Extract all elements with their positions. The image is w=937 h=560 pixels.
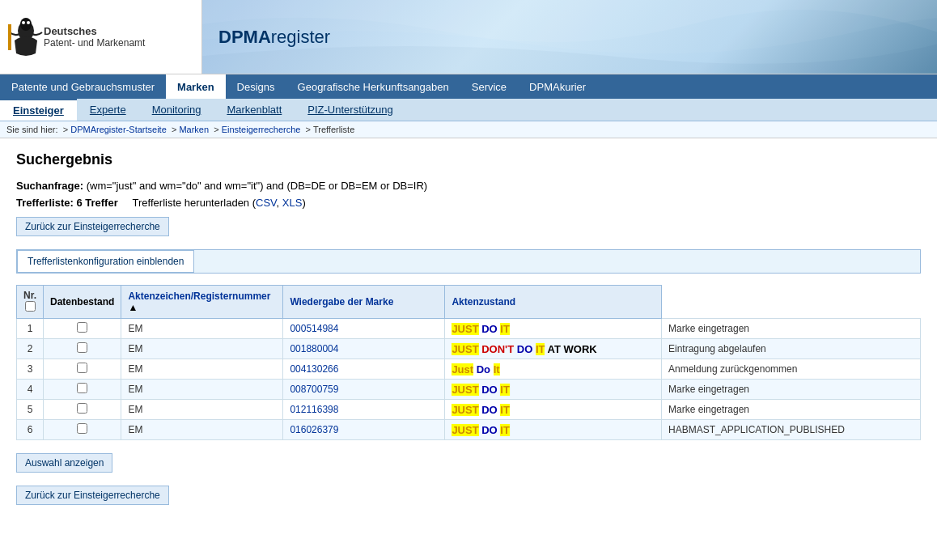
- col-wiedergabe: Wiedergabe der Marke: [283, 286, 445, 319]
- table-row: 5 EM 012116398 JUST DO IT Marke eingetra…: [17, 400, 921, 420]
- breadcrumb-item-3[interactable]: Einsteigerrecherche: [222, 125, 301, 134]
- col-aktenzeichen-sort[interactable]: Aktenzeichen/Registernummer: [128, 291, 270, 302]
- main-nav: Patente und Gebrauchsmuster Marken Desig…: [0, 74, 937, 99]
- cell-mark: JUST DON'T DO IT AT WORK: [445, 339, 662, 359]
- row-checkbox-5[interactable]: [77, 403, 87, 414]
- cell-aktenzustand: Anmeldung zurückgenommen: [661, 359, 920, 380]
- cell-nr: 1: [17, 319, 44, 339]
- row-checkbox-6[interactable]: [77, 423, 87, 434]
- az-link-3[interactable]: 004130266: [290, 363, 338, 375]
- site-title: DPMAregister: [218, 27, 330, 48]
- cell-mark: JUST DO IT: [445, 319, 662, 339]
- select-all-checkbox[interactable]: [25, 301, 36, 312]
- cell-mark: JUST DO IT: [445, 400, 662, 420]
- cell-az: 012116398: [283, 400, 445, 420]
- row-checkbox-3[interactable]: [77, 363, 87, 373]
- col-nr: Nr.: [17, 286, 44, 319]
- nav2-einsteiger[interactable]: Einsteiger: [0, 99, 77, 121]
- cell-az: 004130266: [283, 359, 445, 380]
- nav1-service[interactable]: Service: [460, 74, 518, 99]
- cell-az: 000514984: [283, 319, 445, 339]
- cell-mark: JUST DO IT: [445, 380, 662, 400]
- table-header-row: Nr. Datenbestand Aktenzeichen/Registernu…: [17, 286, 921, 319]
- auswahl-anzeigen-button[interactable]: Auswahl anzeigen: [16, 453, 112, 473]
- nav1-marken[interactable]: Marken: [166, 74, 226, 99]
- nav2-markenblatt[interactable]: Markenblatt: [214, 99, 295, 121]
- xls-link[interactable]: XLS: [282, 197, 303, 209]
- row-checkbox-1[interactable]: [77, 322, 87, 333]
- cell-nr: 4: [17, 380, 44, 400]
- cell-check: [44, 400, 121, 420]
- cell-mark: JUST DO IT: [445, 420, 662, 440]
- results-table: Nr. Datenbestand Aktenzeichen/Registernu…: [16, 285, 921, 440]
- table-row: 4 EM 008700759 JUST DO IT Marke eingetra…: [17, 380, 921, 400]
- cell-aktenzustand: HABMAST_APPLICATION_PUBLISHED: [661, 420, 920, 440]
- bottom-back: Zurück zur Einsteigerrecherche: [16, 486, 921, 505]
- bottom-bar: Auswahl anzeigen: [16, 453, 921, 473]
- cell-aktenzustand: Eintragung abgelaufen: [661, 339, 920, 359]
- nav1-dpma-kurier[interactable]: DPMAkurier: [518, 74, 597, 99]
- eagle-icon: [8, 16, 44, 58]
- page-title: Suchergebnis: [16, 151, 921, 168]
- col-aktenzeichen: Aktenzeichen/Registernummer ▲: [121, 286, 283, 319]
- cell-az: 016026379: [283, 420, 445, 440]
- config-toggle-button[interactable]: Trefferlistenkonfiguration einblenden: [17, 250, 194, 273]
- dpma-prefix: DPMA: [218, 27, 271, 47]
- cell-check: [44, 380, 121, 400]
- nav2-experte[interactable]: Experte: [77, 99, 139, 121]
- cell-db: EM: [121, 400, 283, 420]
- row-checkbox-2[interactable]: [77, 342, 87, 353]
- az-link-1[interactable]: 000514984: [290, 323, 338, 334]
- cell-nr: 2: [17, 339, 44, 359]
- cell-az: 001880004: [283, 339, 445, 359]
- header: Deutsches Patent- und Markenamt DPMAregi…: [0, 0, 937, 74]
- breadcrumb-prefix: Sie sind hier:: [6, 125, 58, 134]
- cell-aktenzustand: Marke eingetragen: [661, 400, 920, 420]
- dpma-suffix: register: [271, 27, 330, 47]
- config-box: Trefferlistenkonfiguration einblenden: [16, 249, 921, 274]
- svg-rect-5: [8, 24, 11, 50]
- col-aktenzustand-link[interactable]: Aktenzustand: [452, 296, 515, 308]
- treffer-count: 6 Treffer: [76, 197, 117, 209]
- cell-db: EM: [121, 319, 283, 339]
- table-body: 1 EM 000514984 JUST DO IT Marke eingetra…: [17, 319, 921, 440]
- header-banner: DPMAregister: [202, 0, 937, 74]
- col-datenbestand: Datenbestand: [44, 286, 121, 319]
- table-row: 6 EM 016026379 JUST DO IT HABMAST_APPLIC…: [17, 420, 921, 440]
- cell-mark: Just Do It: [445, 359, 662, 380]
- download-label: Trefferliste herunterladen (: [133, 197, 256, 209]
- suchanfrage-label: Suchanfrage:: [16, 180, 83, 192]
- cell-nr: 6: [17, 420, 44, 440]
- col-aktenzustand: Aktenzustand: [445, 286, 662, 319]
- trefferliste-label: Trefferliste:: [16, 197, 74, 209]
- breadcrumb-item-4: Trefferliste: [313, 125, 354, 134]
- nav1-designs[interactable]: Designs: [226, 74, 286, 99]
- logo-text: Deutsches Patent- und Markenamt: [44, 25, 145, 49]
- cell-db: EM: [121, 359, 283, 380]
- az-link-5[interactable]: 012116398: [290, 404, 338, 415]
- main-content: Suchergebnis Suchanfrage: (wm="just" and…: [0, 138, 937, 518]
- suchanfrage-value: (wm="just" and wm="do" and wm="it") and …: [87, 180, 427, 192]
- cell-db: EM: [121, 339, 283, 359]
- nav1-geo[interactable]: Geografische Herkunftsangaben: [286, 74, 460, 99]
- csv-link[interactable]: CSV: [256, 197, 277, 209]
- back-to-search-button-bottom[interactable]: Zurück zur Einsteigerrecherche: [16, 486, 169, 505]
- az-link-4[interactable]: 008700759: [290, 384, 338, 395]
- cell-check: [44, 319, 121, 339]
- cell-nr: 3: [17, 359, 44, 380]
- breadcrumb-item-2[interactable]: Marken: [179, 125, 209, 134]
- suchanfrage-row: Suchanfrage: (wm="just" and wm="do" and …: [16, 180, 921, 192]
- nav1-patente[interactable]: Patente und Gebrauchsmuster: [0, 74, 166, 99]
- nav2-piz[interactable]: PIZ-Unterstützung: [295, 99, 406, 121]
- sub-nav: Einsteiger Experte Monitoring Markenblat…: [0, 99, 937, 121]
- breadcrumb-item-1[interactable]: DPMAregister-Startseite: [70, 125, 167, 134]
- svg-point-3: [22, 21, 25, 24]
- nav2-monitoring[interactable]: Monitoring: [139, 99, 214, 121]
- logo-brand1: Deutsches: [44, 25, 145, 37]
- cell-db: EM: [121, 420, 283, 440]
- az-link-2[interactable]: 001880004: [290, 343, 338, 354]
- col-wiedergabe-link[interactable]: Wiedergabe der Marke: [290, 296, 393, 308]
- row-checkbox-4[interactable]: [77, 383, 87, 393]
- az-link-6[interactable]: 016026379: [290, 424, 338, 435]
- back-to-search-button-top[interactable]: Zurück zur Einsteigerrecherche: [16, 217, 169, 236]
